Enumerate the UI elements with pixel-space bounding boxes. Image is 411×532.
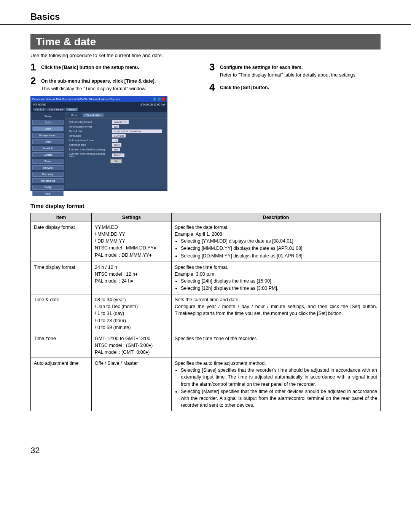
description-bullet: Selecting [12h] displays the time as [3:… [181,285,377,292]
cell-item: Date display format [31,222,92,262]
cell-settings: YY.MM.DD / MMM.DD.YY / DD.MMM.YY NTSC mo… [92,222,172,262]
field-label: Time display format [69,125,111,128]
th-settings: Settings [92,213,172,222]
sidebar-help[interactable]: Help [32,191,64,196]
sidebar-usermng[interactable]: User mng. [32,172,64,177]
main-tab-timedate[interactable]: Time & date [83,113,103,117]
main-tab-basic[interactable]: Basic [68,113,81,117]
field-label: Summer time (daylight saving) [69,148,111,151]
step-number-2: 2 [30,76,41,86]
window-title: Panasonic Network Disk Recorder WJ-ND400… [32,98,120,101]
cell-item: Time & date [31,294,92,333]
cell-settings: 08 to 34 (year) / Jan to Dec (month) / 1… [92,294,172,333]
minimize-icon[interactable] [153,97,156,101]
cell-description: Specifies the time format. Example: 3:00… [172,262,381,294]
sidebar-server[interactable]: Server [32,159,64,164]
cell-description: Specifies the date format. Example: Apri… [172,222,381,262]
field-label: Time & date [69,130,111,133]
set-button[interactable]: Set [110,159,122,163]
field-label: Time zone [69,134,111,137]
sidebar-config[interactable]: Config [32,185,64,190]
step-3-sub: Refer to "Time display format" table for… [220,72,357,79]
table-row: Time zoneGMT-12:00 to GMT+13:00 NTSC mod… [31,333,381,358]
sidebar-quick[interactable]: Quick [32,120,64,125]
maximize-icon[interactable] [157,97,161,101]
description-bullet: Selecting [Slave] specifies that the rec… [181,367,377,387]
step-2-sub: This will display the "Time display form… [41,86,156,93]
cell-item: Auto adjustment time [31,358,92,411]
step-number-1: 1 [30,62,41,72]
step-number-4: 4 [209,82,220,92]
chapter-title: Basics [30,11,381,22]
cell-settings: 24 h / 12 h NTSC model : 12 h♦ PAL model… [92,262,172,294]
cell-item: Time zone [31,333,92,358]
sidebar-network[interactable]: Network [32,165,64,170]
sidebar-basic[interactable]: Basic [32,126,64,131]
timezone-select[interactable]: GMT-5:00 [112,134,126,137]
table-row: Time display format24 h / 12 h NTSC mode… [31,262,381,294]
top-tab-setup[interactable]: Setup [66,108,78,111]
sidebar-schedule[interactable]: Schedule [32,146,64,151]
step-4-text: Click the [Set] button. [220,85,269,91]
cell-item: Time display format [31,262,92,294]
description-bullet: Selecting [YY.MM.DD] displays the date a… [181,238,377,244]
th-item: Item [31,213,92,222]
settings-form: Date display formatMMM.DD.YY Time displa… [65,118,167,165]
dst-select[interactable]: Auto [112,148,120,151]
step-1-text: Click the [Basic] button on the setup me… [41,64,139,71]
step-number-3: 3 [209,62,220,72]
screenshot-figure: Panasonic Network Disk Recorder WJ-ND400… [30,96,167,191]
table-row: Auto adjustment timeOff♦ / Slave / Maste… [31,358,381,411]
sidebar-camera[interactable]: Camera [32,152,64,157]
field-label: Date display format [69,121,111,123]
time-format-select[interactable]: 12h [112,125,119,128]
sidebar-event[interactable]: Event [32,139,64,144]
description-bullet: Selecting [Master] specifies that the ti… [181,388,377,409]
intro-text: Use the following procedure to set the c… [30,53,381,58]
cell-description: Specifies the time zone of the recorder. [172,333,381,358]
page-number: 32 [30,446,381,455]
sidebar-title: Setup [32,114,64,118]
table-row: Time & date08 to 34 (year) / Jan to Dec … [31,294,381,333]
field-label: Summer time (daylight saving) table [69,152,111,158]
cell-settings: GMT-12:00 to GMT+13:00 NTSC model : (GMT… [92,333,172,358]
description-bullet: Selecting [24h] displays the time as [15… [181,278,377,284]
date-format-select[interactable]: MMM.DD.YY [112,120,129,124]
chapter-rule [0,24,411,25]
activation-time-select[interactable]: AM12 [112,143,121,147]
step-2-text: On the sub-menu that appears, click [Tim… [41,78,156,85]
cell-settings: Off♦ / Slave / Master [92,358,172,411]
th-description: Description [172,213,381,222]
top-tab-control[interactable]: Control [33,108,46,111]
field-label: Activation time [69,144,111,146]
device-model: WJ-ND400 [33,103,46,106]
cell-description: Specifies the auto time adjustment metho… [172,358,381,411]
top-tab-camselect[interactable]: Cam Select [47,108,65,111]
description-bullet: Selecting [MMM.DD.YY] displays the date … [181,245,377,252]
time-display-format-table: Item Settings Description Date display f… [30,213,381,411]
field-label: Auto adjustment time [69,139,111,142]
cell-description: Sets the current time and date. Configur… [172,294,381,333]
step-3-text: Configure the settings for each item. [220,64,357,71]
sidebar-maintenance[interactable]: Maintenance [32,178,64,183]
dst-table-button[interactable]: Setup >> [112,153,124,157]
auto-adjust-select[interactable]: Off [112,139,118,142]
table-heading: Time display format [30,203,381,209]
section-title: Time & date [30,34,381,50]
time-date-input[interactable]: 08 / 01 / 01 12 : 00 AM Set [112,129,162,133]
sidebar-emergency[interactable]: Emergency rec. [32,133,64,138]
close-icon[interactable] [162,97,166,101]
header-clock: JAN.01.08 12:00 AM [140,103,165,106]
table-row: Date display formatYY.MM.DD / MMM.DD.YY … [31,222,381,262]
description-bullet: Selecting [DD.MMM.YY] displays the date … [181,252,377,259]
